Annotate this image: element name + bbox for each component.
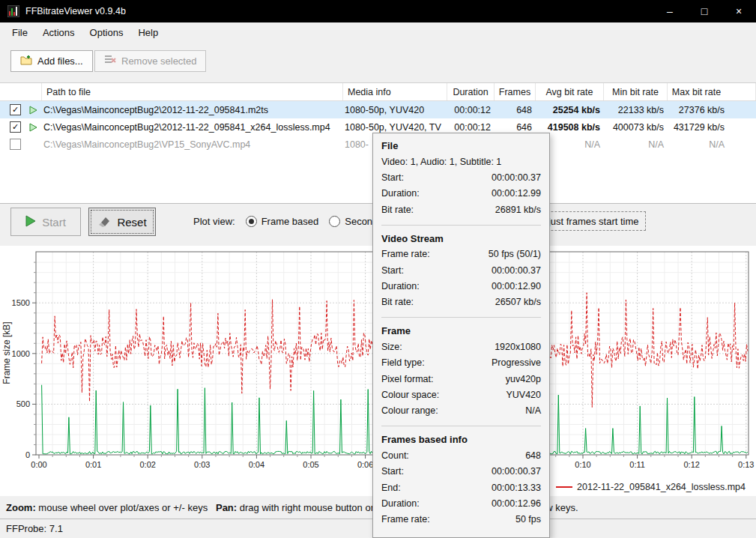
app-window: FFBitrateViewer v0.9.4b – □ × File Actio… [0, 0, 756, 538]
table-header-min[interactable]: Min bit rate [604, 83, 668, 100]
row-checkbox[interactable]: ✓ [10, 104, 21, 115]
tooltip-value: YUV420 [506, 390, 541, 400]
tooltip-value: 1920x1080 [495, 342, 541, 352]
minimize-button[interactable]: – [653, 0, 687, 22]
row-checkbox[interactable] [10, 139, 21, 150]
file-path: C:\Vegas\MainconceptBug2\2012-11-22_0958… [42, 122, 343, 133]
tooltip-label: Bit rate: [381, 205, 414, 215]
menu-item-actions[interactable]: Actions [35, 24, 82, 41]
tooltip-value: 648 [525, 450, 541, 461]
remove-file-icon [104, 55, 116, 67]
start-button[interactable]: Start [10, 208, 81, 236]
max-bitrate: 27376 kb/s [668, 105, 756, 115]
table-header-path[interactable]: Path to file [42, 83, 343, 100]
tooltip-value: 50 fps (50/1) [489, 249, 541, 259]
media-info: 1080-50p, YUV420 [343, 105, 447, 115]
add-files-button[interactable]: Add files... [10, 50, 93, 72]
tooltip-value: 26507 kb/s [495, 297, 541, 307]
table-header-media[interactable]: Media info [343, 83, 447, 100]
media-info: 1080-50p, YUV420, TV [343, 122, 447, 133]
eraser-icon [97, 215, 111, 229]
pan-label: Pan: [216, 502, 237, 513]
svg-text:500: 500 [16, 399, 30, 408]
radio-icon [329, 216, 340, 227]
tooltip-value: Progressive [492, 357, 541, 368]
tooltip-label: Start: [381, 466, 404, 477]
svg-text:0:01: 0:01 [85, 460, 101, 469]
tooltip-label: Duration: [381, 281, 420, 291]
tooltip-label: Bit rate: [381, 297, 414, 307]
start-label: Start [42, 216, 66, 229]
duration: 00:00:12 [447, 122, 495, 133]
tooltip-section-title: Frames based info [381, 432, 541, 447]
svg-text:0:06: 0:06 [357, 460, 373, 469]
tooltip-label: Start: [381, 265, 404, 276]
maximize-button[interactable]: □ [687, 0, 722, 22]
svg-text:Frame size [kB]: Frame size [kB] [1, 321, 12, 384]
tooltip-label: End: [381, 483, 401, 493]
frames: 646 [495, 122, 536, 133]
avg-bitrate: 419508 kb/s [536, 122, 604, 133]
file-path: C:\Vegas\MainconceptBug2\VP15_SonyAVC.mp… [42, 139, 343, 150]
zoom-text: mouse wheel over plot/axes or +/- keys [36, 502, 216, 513]
play-icon [29, 106, 37, 115]
legend-line-red [556, 486, 572, 488]
frames: 648 [495, 105, 536, 115]
radio-frame-based[interactable]: Frame based [246, 216, 319, 227]
min-bitrate: 400073 kb/s [604, 122, 668, 133]
tooltip-label: Size: [381, 342, 402, 352]
tooltip-label: Duration: [381, 498, 420, 509]
menu-item-help[interactable]: Help [130, 24, 166, 41]
svg-text:0:05: 0:05 [303, 460, 318, 469]
tooltip-label: Field type: [381, 357, 425, 368]
tooltip-label: Start: [381, 172, 404, 183]
tooltip-section-file: File Video: 1, Audio: 1, Subtitle: 1 Sta… [381, 138, 541, 218]
tooltip-label: Count: [381, 450, 409, 461]
adjust-label: Adjust frames start time [536, 216, 639, 227]
media-info-tooltip: File Video: 1, Audio: 1, Subtitle: 1 Sta… [372, 133, 550, 538]
tooltip-value: 00:00:12.96 [492, 498, 541, 509]
svg-text:0:12: 0:12 [683, 460, 699, 469]
start-play-icon [25, 215, 36, 229]
min-bitrate: 22133 kb/s [604, 105, 668, 115]
play-icon [29, 123, 37, 132]
tooltip-label: Colour range: [381, 405, 438, 416]
svg-text:0:10: 0:10 [575, 460, 590, 469]
ffprobe-version: FFProbe: 7.1 [6, 523, 63, 534]
tooltip-label: Frame rate: [381, 514, 430, 525]
close-button[interactable]: × [722, 0, 756, 22]
titlebar: FFBitrateViewer v0.9.4b – □ × [0, 0, 756, 22]
svg-text:0:13: 0:13 [738, 460, 754, 469]
menu-item-file[interactable]: File [4, 24, 35, 41]
tooltip-section-frames-based-info: Frames based info Count:648 Start:00:00:… [381, 426, 541, 528]
tooltip-label: Frame rate: [381, 249, 430, 259]
remove-selected-button[interactable]: Remove selected [94, 50, 206, 72]
svg-text:0: 0 [25, 450, 30, 459]
row-checkbox[interactable]: ✓ [10, 121, 21, 133]
file-path: C:\Vegas\MainconceptBug2\2012-11-22_0958… [42, 105, 343, 115]
tooltip-value: 00:00:12.90 [492, 281, 541, 291]
radio-frame-label: Frame based [261, 216, 319, 227]
menu-item-options[interactable]: Options [82, 24, 131, 41]
svg-text:1000: 1000 [12, 349, 30, 358]
radio-icon [246, 216, 257, 227]
table-header-duration[interactable]: Duration [447, 83, 495, 100]
reset-button[interactable]: Reset [88, 208, 156, 236]
table-header-frames[interactable]: Frames [495, 83, 536, 100]
table-header-max[interactable]: Max bit rate [668, 83, 756, 100]
tooltip-label: Pixel format: [381, 374, 433, 384]
duration: 00:00:12 [447, 105, 495, 115]
svg-text:0:11: 0:11 [629, 460, 645, 469]
legend-item: 2012-11-22_095841_x264_lossless.mp4 [556, 482, 746, 492]
table-header-avg[interactable]: Avg bit rate [536, 83, 604, 100]
tooltip-value: 00:00:00.37 [492, 172, 541, 183]
tooltip-label: Duration: [381, 188, 420, 199]
tooltip-value: 00:00:13.33 [492, 483, 541, 493]
tooltip-section-title: Frame [381, 323, 541, 339]
tooltip-value: N/A [525, 405, 541, 416]
svg-text:0:03: 0:03 [194, 460, 210, 469]
file-row[interactable]: ✓ C:\Vegas\MainconceptBug2\2012-11-22_09… [0, 101, 756, 118]
table-header-check[interactable] [0, 83, 42, 100]
tooltip-value: 00:00:12.99 [492, 188, 541, 199]
svg-text:0:02: 0:02 [139, 460, 155, 469]
